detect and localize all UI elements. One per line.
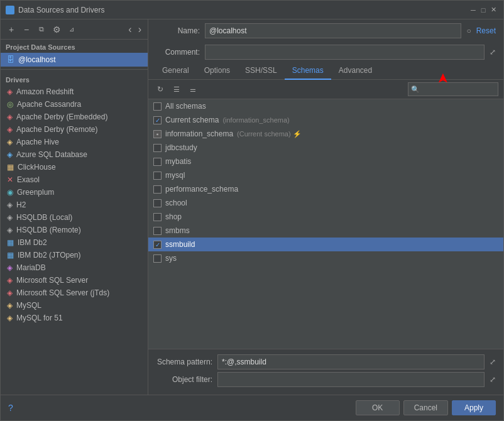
- help-button[interactable]: ?: [8, 403, 13, 413]
- schema-checkbox[interactable]: [153, 172, 162, 180]
- datasource-item[interactable]: 🗄 @localhost: [1, 53, 148, 67]
- schema-item-ssmbuild[interactable]: ✓ ssmbuild: [148, 238, 503, 251]
- schema-checkbox[interactable]: ▪: [153, 130, 162, 138]
- tab-ssh-ssl[interactable]: SSH/SSL: [238, 62, 285, 80]
- schema-checkbox[interactable]: [153, 213, 162, 221]
- driver-item[interactable]: ◈ MySQL for 51: [1, 312, 148, 324]
- schema-pattern-row: Schema pattern: ⤢: [156, 354, 496, 369]
- driver-item[interactable]: ▦ IBM Db2 (JTOpen): [1, 249, 148, 261]
- schema-checkbox[interactable]: [153, 254, 162, 263]
- schema-checkbox[interactable]: ✓: [153, 116, 162, 124]
- left-panel: + − ⧉ ⚙ ⊿ ‹ › Project Data Sources 🗄 @lo…: [1, 19, 148, 395]
- driver-icon: ▦: [7, 163, 14, 172]
- schema-pattern-label: Schema pattern:: [156, 358, 212, 366]
- driver-item[interactable]: ◈ Microsoft SQL Server: [1, 274, 148, 287]
- restore-button[interactable]: □: [478, 6, 488, 14]
- driver-name: MariaDB: [16, 263, 46, 272]
- close-button[interactable]: ✕: [488, 6, 498, 14]
- expand-comment-button[interactable]: ⤢: [490, 48, 496, 57]
- driver-item[interactable]: ◈ Apache Derby (Remote): [1, 123, 148, 136]
- schema-search-input[interactable]: [420, 85, 495, 94]
- schema-list: All schemas ✓ Current schema (informatio…: [148, 99, 503, 349]
- cancel-button[interactable]: Cancel: [403, 400, 448, 415]
- schema-item[interactable]: mybatis: [148, 155, 503, 168]
- schema-checkbox[interactable]: [153, 102, 162, 111]
- driver-name: ClickHouse: [18, 163, 56, 172]
- driver-icon: ◈: [7, 288, 13, 297]
- driver-icon: ◈: [7, 213, 13, 222]
- driver-item[interactable]: ◈ HSQLDB (Local): [1, 211, 148, 224]
- tab-options[interactable]: Options: [197, 62, 238, 80]
- schema-checkbox[interactable]: [153, 199, 162, 207]
- driver-name: Amazon Redshift: [16, 87, 74, 96]
- driver-item[interactable]: ◎ Apache Cassandra: [1, 98, 148, 111]
- schema-checkbox[interactable]: [153, 158, 162, 166]
- expand-schema-pattern-button[interactable]: ⤢: [490, 358, 496, 366]
- driver-item[interactable]: ◈ Apache Derby (Embedded): [1, 111, 148, 123]
- clear-icon[interactable]: ○: [466, 26, 471, 35]
- schema-item[interactable]: All schemas: [148, 99, 503, 113]
- schema-checkbox[interactable]: [153, 227, 162, 235]
- schema-checkbox[interactable]: [153, 144, 162, 152]
- schema-item[interactable]: ✓ Current schema (information_schema): [148, 113, 503, 127]
- object-filter-input[interactable]: [217, 372, 485, 387]
- title-bar: Data Sources and Drivers ─ □ ✕: [1, 1, 503, 19]
- tab-schemas[interactable]: Schemas: [285, 62, 331, 80]
- duplicate-button[interactable]: ⧉: [35, 23, 48, 36]
- driver-icon: ✕: [7, 175, 13, 184]
- minimize-button[interactable]: ─: [468, 6, 478, 14]
- driver-item[interactable]: ◈ HSQLDB (Remote): [1, 224, 148, 236]
- refresh-button[interactable]: ↻: [153, 82, 167, 96]
- left-toolbar: + − ⧉ ⚙ ⊿ ‹ ›: [1, 19, 148, 40]
- driver-item[interactable]: ◈ MariaDB: [1, 261, 148, 274]
- comment-input[interactable]: [205, 45, 485, 60]
- schema-item[interactable]: mysql: [148, 168, 503, 182]
- driver-item[interactable]: ◈ MySQL: [1, 299, 148, 312]
- left-divider: [1, 69, 148, 70]
- driver-item[interactable]: ◈ Microsoft SQL Server (jTds): [1, 287, 148, 299]
- apply-button[interactable]: Apply: [452, 400, 496, 415]
- driver-item[interactable]: ◈ Apache Hive: [1, 136, 148, 148]
- tab-general[interactable]: General: [155, 62, 197, 80]
- driver-item[interactable]: ▦ IBM Db2: [1, 236, 148, 249]
- add-button[interactable]: +: [4, 23, 18, 36]
- schema-item[interactable]: ▪ information_schema (Current schema) ⚡: [148, 127, 503, 141]
- schema-item[interactable]: jdbcstudy: [148, 141, 503, 155]
- schema-pattern-input[interactable]: [217, 354, 485, 369]
- name-input[interactable]: [205, 23, 461, 38]
- driver-name: H2: [16, 200, 26, 209]
- driver-item[interactable]: ◈ Azure SQL Database: [1, 148, 148, 161]
- driver-item[interactable]: ◈ H2: [1, 199, 148, 211]
- deselect-all-button[interactable]: ⚌: [186, 82, 200, 96]
- driver-name: Apache Hive: [16, 138, 59, 146]
- forward-button[interactable]: ›: [136, 23, 144, 36]
- settings-button[interactable]: ⚙: [50, 23, 63, 36]
- driver-icon: ◈: [7, 276, 13, 285]
- remove-button[interactable]: −: [19, 23, 33, 36]
- schema-checkbox[interactable]: [153, 185, 162, 194]
- properties-button[interactable]: ⊿: [65, 23, 79, 36]
- expand-object-filter-button[interactable]: ⤢: [490, 375, 496, 384]
- schema-item[interactable]: shop: [148, 210, 503, 224]
- schema-checkbox[interactable]: ✓: [153, 241, 162, 249]
- schema-item[interactable]: smbms: [148, 224, 503, 238]
- driver-item[interactable]: ◈ Amazon Redshift: [1, 85, 148, 98]
- driver-name: IBM Db2 (JTOpen): [18, 251, 80, 260]
- select-all-button[interactable]: ☰: [170, 82, 184, 96]
- back-button[interactable]: ‹: [126, 23, 134, 36]
- search-icon: 🔍: [411, 85, 420, 94]
- reset-link[interactable]: Reset: [476, 26, 496, 35]
- tab-advanced[interactable]: Advanced: [331, 62, 380, 80]
- driver-item[interactable]: ▦ ClickHouse: [1, 161, 148, 173]
- schema-item[interactable]: sys: [148, 251, 503, 265]
- datasource-icon: 🗄: [7, 55, 14, 64]
- window-title: Data Sources and Drivers: [18, 6, 468, 14]
- driver-icon: ◈: [7, 263, 13, 272]
- driver-item[interactable]: ◉ Greenplum: [1, 186, 148, 199]
- ok-button[interactable]: OK: [356, 400, 400, 415]
- schema-item[interactable]: school: [148, 196, 503, 210]
- schema-name: smbms: [165, 226, 190, 235]
- driver-item[interactable]: ✕ Exasol: [1, 173, 148, 186]
- schema-item[interactable]: performance_schema: [148, 182, 503, 196]
- schema-comment: (information_schema): [222, 116, 289, 124]
